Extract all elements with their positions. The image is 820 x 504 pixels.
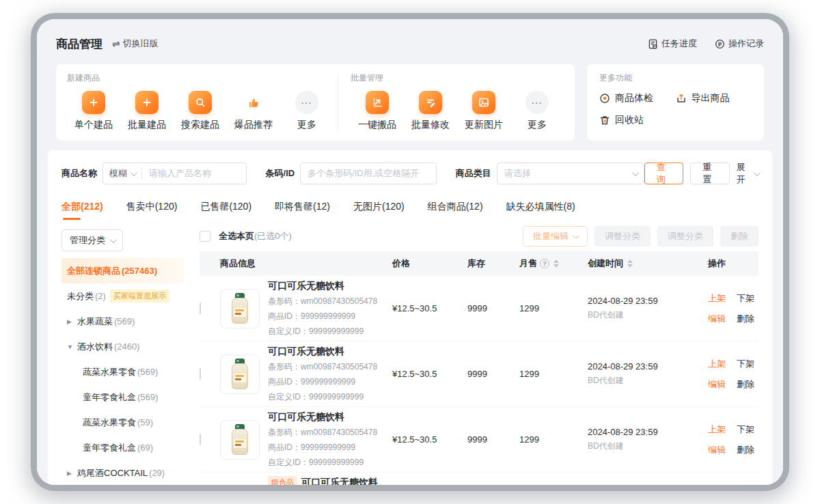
update-picture-button[interactable]: 更新图片: [457, 91, 510, 131]
switch-old-version-link[interactable]: ⇌ 切换旧版: [112, 38, 159, 50]
edit-action[interactable]: 编辑: [708, 378, 726, 391]
filter-row: 商品名称 模糊 请输入产品名称 条码/ID 多个条形码/ID用,或空格隔开 商品…: [62, 161, 758, 186]
app-window: 商品管理 ⇌ 切换旧版 任务进度 操作记录 新建商品: [37, 19, 783, 485]
tab-on-sale[interactable]: 售卖中(120): [126, 201, 178, 220]
sidebar-item-cocktail[interactable]: ▶ 鸡尾酒COCKTAIL(29): [62, 460, 184, 485]
tab-all[interactable]: 全部(212): [62, 201, 103, 220]
product-thumbnail: [220, 354, 260, 394]
adjust-category-button-1[interactable]: 调整分类: [594, 226, 651, 247]
toolbar-card: 新建商品 单个建品 批量建品: [56, 64, 575, 141]
monthly-sales-value: 1299: [519, 303, 588, 313]
sidebar-item-childhood-snack-box-1[interactable]: 童年零食礼盒(569): [62, 384, 184, 410]
one-click-move-button[interactable]: 一键搬品: [351, 91, 404, 131]
created-time: 2024-08-29 23:59: [588, 361, 708, 372]
query-button[interactable]: 查询: [644, 163, 684, 184]
tab-sold-out[interactable]: 已售罄(120): [200, 201, 251, 220]
category-placeholder: 请选择: [497, 167, 538, 180]
expand-filters-link[interactable]: 展开: [737, 161, 758, 186]
main-card: 商品名称 模糊 请输入产品名称 条码/ID 多个条形码/ID用,或空格隔开 商品…: [48, 150, 772, 485]
batch-more-button[interactable]: ··· 更多: [510, 91, 564, 131]
chevron-down-icon: [632, 169, 639, 176]
list-action[interactable]: 上架: [708, 358, 726, 370]
reset-button[interactable]: 重置: [690, 163, 730, 184]
recycle-bin-button[interactable]: 回收站: [599, 114, 676, 126]
create-single-product-button[interactable]: 单个建品: [67, 91, 120, 131]
delete-action[interactable]: 删除: [737, 444, 754, 456]
delist-action[interactable]: 下架: [737, 292, 754, 305]
price-value: ¥12.5~30.5: [392, 303, 467, 313]
task-progress-icon: [648, 39, 658, 49]
thumb-up-icon: [242, 91, 265, 114]
create-more-button[interactable]: ··· 更多: [280, 91, 333, 131]
select-all-checkbox[interactable]: [200, 231, 210, 242]
ellipsis-icon: ···: [525, 91, 549, 114]
product-title: 可口可乐无糖饮料: [268, 411, 344, 423]
sidebar-item-veg-fruit-snacks-1[interactable]: 蔬菜水果零食(569): [62, 359, 184, 384]
col-product-info: 商品信息: [220, 257, 392, 270]
table-header: 商品信息 价格 库存 月售 ? 创建时间 操作: [200, 251, 758, 276]
delete-action[interactable]: 删除: [737, 313, 754, 325]
hot-product-recommend-button[interactable]: 爆品推荐: [227, 91, 280, 131]
buyer-bottom-display-badge: 买家端置底展示: [110, 290, 169, 303]
create-batch-product-button[interactable]: 批量建品: [120, 91, 174, 131]
product-name-input[interactable]: 模糊 请输入产品名称: [102, 163, 247, 184]
list-action[interactable]: 上架: [708, 423, 726, 436]
selected-count: (已选0个): [254, 230, 292, 242]
row-checkbox[interactable]: [200, 303, 201, 314]
col-created-time[interactable]: 创建时间: [588, 257, 708, 270]
help-icon[interactable]: ?: [540, 259, 549, 268]
operation-log-icon: [715, 39, 725, 49]
sort-icon[interactable]: [627, 260, 633, 268]
caret-right-icon: ▶: [67, 318, 77, 325]
category-label: 商品类目: [456, 167, 491, 180]
tab-combo[interactable]: 组合商品(12): [428, 201, 483, 220]
sidebar-item-drinks[interactable]: ▼ 酒水饮料(2460): [62, 334, 184, 359]
price-value: ¥12.5~30.5: [392, 369, 467, 379]
product-thumbnail: [220, 289, 260, 328]
chevron-down-icon: [754, 169, 761, 176]
col-monthly-sales[interactable]: 月售 ?: [519, 257, 588, 270]
sidebar-item-fruits-vegetables[interactable]: ▶ 水果蔬菜(569): [62, 309, 184, 334]
sidebar-item-veg-fruit-snacks-2[interactable]: 蔬菜水果零食(59): [62, 410, 184, 435]
files-plus-icon: [135, 91, 159, 114]
batch-edit-button[interactable]: 批量编辑: [523, 226, 588, 247]
tab-almost-sold-out[interactable]: 即将售罄(12): [275, 201, 330, 220]
tab-no-image[interactable]: 无图片(120): [353, 201, 405, 220]
product-health-check-button[interactable]: 商品体检: [599, 92, 676, 104]
edit-action[interactable]: 编辑: [708, 444, 726, 456]
row-checkbox[interactable]: [200, 434, 201, 445]
delete-action[interactable]: 删除: [737, 378, 754, 391]
manage-category-button[interactable]: 管理分类: [62, 229, 123, 251]
stock-value: 9999: [467, 303, 519, 313]
monthly-sales-value: 1299: [519, 434, 588, 445]
list-action[interactable]: 上架: [708, 292, 726, 305]
table-row: 组合品 可口可乐无糖饮料 条形码：wm00987430505478 商品ID：9…: [200, 473, 758, 485]
delete-button[interactable]: 删除: [720, 226, 758, 247]
sidebar-item-childhood-snack-box-2[interactable]: 童年零食礼盒(69): [62, 435, 184, 460]
adjust-category-button-2[interactable]: 调整分类: [657, 226, 713, 247]
task-progress-link[interactable]: 任务进度: [648, 38, 697, 50]
category-select[interactable]: 请选择: [497, 163, 644, 184]
toolbar-divider: [338, 75, 338, 131]
more-functions-card: 更多功能 商品体检 导出商品 回收站: [587, 64, 764, 141]
health-check-icon: [599, 93, 610, 104]
edit-action[interactable]: 编辑: [708, 313, 726, 325]
tab-missing-attrs[interactable]: 缺失必填属性(8): [506, 201, 575, 220]
barcode-input[interactable]: 多个条形码/ID用,或空格隔开: [300, 163, 437, 184]
product-name-placeholder: 请输入产品名称: [142, 167, 218, 180]
bag-search-icon: [189, 91, 212, 114]
export-products-button[interactable]: 导出商品: [676, 92, 752, 104]
row-checkbox[interactable]: [200, 368, 201, 380]
match-mode-select[interactable]: 模糊: [103, 167, 142, 180]
created-time: 2024-08-29 23:59: [588, 296, 708, 306]
delist-action[interactable]: 下架: [737, 423, 754, 436]
batch-group: 批量管理 一键搬品 批量修改: [351, 72, 564, 131]
sidebar-item-uncategorized[interactable]: 未分类(2) 买家端置底展示: [62, 283, 184, 309]
sort-icon[interactable]: [554, 260, 559, 268]
batch-modify-button[interactable]: 批量修改: [404, 91, 457, 131]
header-actions: 任务进度 操作记录: [648, 38, 764, 50]
search-create-product-button[interactable]: 搜索建品: [174, 91, 227, 131]
sidebar-item-all-chain-products[interactable]: 全部连锁商品(257463): [62, 258, 184, 283]
operation-log-link[interactable]: 操作记录: [715, 38, 764, 50]
delist-action[interactable]: 下架: [737, 358, 754, 370]
